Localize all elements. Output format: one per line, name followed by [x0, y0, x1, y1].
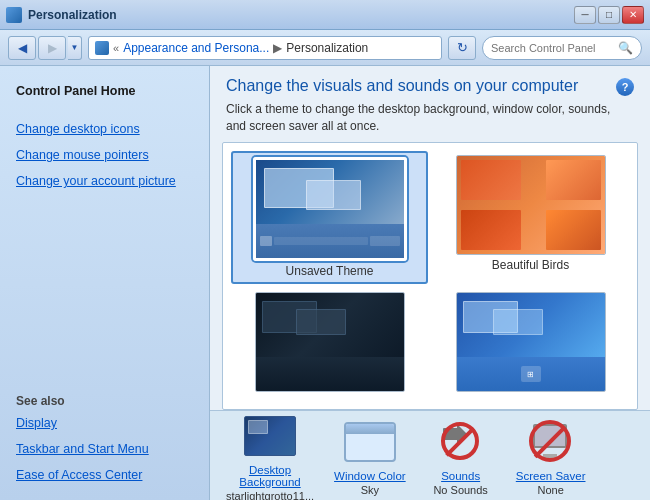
desktop-background-item[interactable]: DesktopBackground starlightgrotto11...: [226, 410, 314, 501]
search-box[interactable]: 🔍: [482, 36, 642, 60]
theme-blue[interactable]: ⊞: [432, 288, 629, 399]
forward-button[interactable]: ▶: [38, 36, 66, 60]
window-color-sublabel: Sky: [361, 484, 379, 496]
window-color-item[interactable]: Window Color Sky: [334, 416, 406, 496]
bottom-bar: DesktopBackground starlightgrotto11... W…: [210, 410, 650, 500]
screen-saver-icon-wrap: [525, 416, 577, 468]
sounds-label[interactable]: Sounds: [441, 470, 480, 482]
close-button[interactable]: ✕: [622, 6, 644, 24]
theme-blue-thumbnail: ⊞: [456, 292, 606, 392]
theme-birds-label: Beautiful Birds: [492, 258, 569, 272]
search-icon[interactable]: 🔍: [618, 41, 633, 55]
sidebar-item-account-picture[interactable]: Change your account picture: [0, 168, 209, 194]
path-parent[interactable]: Appearance and Persona...: [123, 41, 269, 55]
sidebar-home[interactable]: Control Panel Home: [0, 78, 209, 104]
screen-saver-item[interactable]: Screen Saver None: [516, 416, 586, 496]
sidebar-item-taskbar[interactable]: Taskbar and Start Menu: [0, 436, 209, 462]
sidebar-item-desktop-icons[interactable]: Change desktop icons: [0, 116, 209, 142]
sidebar: Control Panel Home Change desktop icons …: [0, 66, 210, 500]
minimize-button[interactable]: ─: [574, 6, 596, 24]
refresh-button[interactable]: ↻: [448, 36, 476, 60]
desktop-background-icon-wrap: [244, 410, 296, 462]
themes-grid: Unsaved Theme Beautiful Birds: [223, 143, 637, 407]
help-icon[interactable]: ?: [616, 78, 634, 96]
theme-dark[interactable]: [231, 288, 428, 399]
nav-buttons: ◀ ▶ ▼: [8, 36, 82, 60]
title-bar-buttons: ─ □ ✕: [574, 6, 644, 24]
sidebar-item-mouse-pointers[interactable]: Change mouse pointers: [0, 142, 209, 168]
sidebar-item-ease-of-access[interactable]: Ease of Access Center: [0, 462, 209, 488]
app-icon: [6, 7, 22, 23]
back-button[interactable]: ◀: [8, 36, 36, 60]
main-layout: Control Panel Home Change desktop icons …: [0, 66, 650, 500]
title-bar-text: Personalization: [28, 8, 117, 22]
screen-saver-sublabel: None: [537, 484, 563, 496]
sounds-sublabel: No Sounds: [433, 484, 487, 496]
theme-unsaved[interactable]: Unsaved Theme: [231, 151, 428, 284]
path-icon: [95, 41, 109, 55]
see-also-label: See also: [0, 386, 209, 410]
sidebar-item-display[interactable]: Display: [0, 410, 209, 436]
search-input[interactable]: [491, 42, 614, 54]
theme-birds-thumbnail: [456, 155, 606, 255]
theme-birds[interactable]: Beautiful Birds: [432, 151, 629, 284]
window-color-label[interactable]: Window Color: [334, 470, 406, 482]
address-bar: ◀ ▶ ▼ « Appearance and Persona... ▶ Pers…: [0, 30, 650, 66]
desktop-background-label[interactable]: DesktopBackground: [239, 464, 300, 488]
sounds-item[interactable]: Sounds No Sounds: [426, 416, 496, 496]
window-color-icon-wrap: [344, 416, 396, 468]
address-path: « Appearance and Persona... ▶ Personaliz…: [88, 36, 442, 60]
maximize-button[interactable]: □: [598, 6, 620, 24]
theme-unsaved-thumbnail: [253, 157, 407, 261]
content-title: Change the visuals and sounds on your co…: [226, 76, 578, 97]
theme-unsaved-label: Unsaved Theme: [286, 264, 374, 278]
themes-scroll[interactable]: Unsaved Theme Beautiful Birds: [222, 142, 638, 410]
desktop-background-sublabel: starlightgrotto11...: [226, 490, 314, 501]
screen-saver-label[interactable]: Screen Saver: [516, 470, 586, 482]
path-current: Personalization: [286, 41, 368, 55]
nav-dropdown[interactable]: ▼: [68, 36, 82, 60]
title-bar: Personalization ─ □ ✕: [0, 0, 650, 30]
content-area: Change the visuals and sounds on your co…: [210, 66, 650, 500]
sounds-icon-wrap: [435, 416, 487, 468]
content-header: Change the visuals and sounds on your co…: [210, 66, 650, 101]
content-subtitle: Click a theme to change the desktop back…: [210, 101, 650, 143]
themes-area: Unsaved Theme Beautiful Birds: [222, 142, 638, 410]
path-arrow: ▶: [273, 41, 282, 55]
path-prefix: «: [113, 42, 119, 54]
theme-dark-thumbnail: [255, 292, 405, 392]
title-bar-left: Personalization: [6, 7, 117, 23]
